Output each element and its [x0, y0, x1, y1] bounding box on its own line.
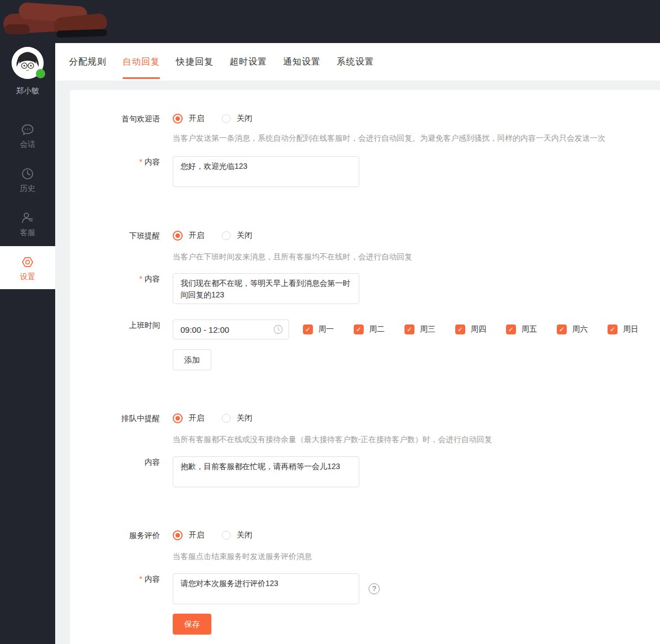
welcome-label: 首句欢迎语: [70, 113, 173, 124]
radio-checked-icon: [173, 114, 183, 124]
sidebar-item-label: 客服: [0, 228, 55, 238]
day-saturday[interactable]: 周六: [557, 324, 588, 334]
tab-system-settings[interactable]: 系统设置: [337, 43, 374, 81]
sidebar-item-agents[interactable]: 客服: [0, 211, 55, 238]
welcome-content-label: 内容: [70, 156, 173, 167]
rating-radio-on[interactable]: 开启: [173, 530, 204, 540]
queue-description: 当所有客服都不在线或没有接待余量（最大接待客户数-正在接待客户数）时，会进行自动…: [173, 434, 660, 445]
auto-reply-panel: 首句欢迎语 开启 关闭 当客户发送第一条消息，系统自动分配到在线客服时，会进行自…: [70, 90, 660, 644]
required-asterisk: [140, 274, 145, 283]
queue-label: 排队中提醒: [70, 413, 173, 424]
queue-content-input[interactable]: 抱歉，目前客服都在忙呢，请再稍等一会儿123: [173, 456, 359, 487]
checkbox-checked-icon: [608, 324, 618, 334]
welcome-description: 当客户发送第一条消息，系统自动分配到在线客服时，会进行自动回复。为避免客户感到骚…: [173, 132, 660, 143]
welcome-section-header: 首句欢迎语 开启 关闭: [70, 113, 660, 124]
offwork-section-header: 下班提醒 开启 关闭: [70, 230, 660, 241]
chat-icon: [20, 123, 35, 137]
work-time-label: 上班时间: [70, 320, 173, 331]
day-monday[interactable]: 周一: [303, 324, 334, 334]
checkbox-checked-icon: [455, 324, 465, 334]
offwork-radio-group: 开启 关闭: [173, 230, 660, 241]
queue-radio-on[interactable]: 开启: [173, 413, 204, 423]
rating-description: 当客服点击结束服务时发送服务评价消息: [173, 551, 660, 562]
radio-unchecked-icon: [222, 414, 231, 423]
welcome-content-input[interactable]: 您好，欢迎光临123: [173, 156, 359, 187]
sidebar-item-chat[interactable]: 会话: [0, 123, 55, 150]
welcome-radio-on[interactable]: 开启: [173, 114, 204, 124]
tab-auto-reply[interactable]: 自动回复: [123, 43, 160, 81]
offwork-radio-on[interactable]: 开启: [173, 231, 204, 241]
history-icon: [20, 167, 35, 181]
checkbox-checked-icon: [303, 324, 313, 334]
queue-content-label: 内容: [70, 456, 173, 467]
queue-section-header: 排队中提醒 开启 关闭: [70, 413, 660, 424]
rating-radio-group: 开启 关闭: [173, 530, 660, 541]
day-friday[interactable]: 周五: [506, 324, 537, 334]
work-time-input[interactable]: [173, 320, 289, 339]
sidebar-item-label: 会话: [0, 140, 55, 150]
offwork-radio-off[interactable]: 关闭: [222, 231, 252, 241]
sidebar-item-label: 设置: [0, 272, 55, 282]
tab-quick-reply[interactable]: 快捷回复: [176, 43, 214, 81]
welcome-radio-group: 开启 关闭: [173, 113, 660, 124]
checkbox-checked-icon: [404, 324, 414, 334]
rating-radio-off[interactable]: 关闭: [222, 530, 252, 540]
queue-radio-group: 开启 关闭: [173, 413, 660, 424]
radio-unchecked-icon: [222, 231, 231, 240]
work-days-group: 周一 周二 周三 周四 周五: [303, 324, 638, 334]
required-asterisk: [140, 574, 145, 583]
rating-content-input[interactable]: 请您对本次服务进行评价123: [173, 573, 359, 604]
day-tuesday[interactable]: 周二: [354, 324, 385, 334]
checkbox-checked-icon: [557, 324, 567, 334]
queue-radio-off[interactable]: 关闭: [222, 413, 252, 423]
checkbox-checked-icon: [506, 324, 516, 334]
offwork-description: 当客户在下班时间发来消息，且所有客服均不在线时，会进行自动回复: [173, 251, 660, 262]
day-sunday[interactable]: 周日: [608, 324, 638, 334]
tab-timeout-settings[interactable]: 超时设置: [230, 43, 267, 81]
tab-notification-settings[interactable]: 通知设置: [283, 43, 321, 81]
day-wednesday[interactable]: 周三: [404, 324, 435, 334]
agent-icon: [20, 211, 35, 225]
settings-tab-bar: 分配规则 自动回复 快捷回复 超时设置 通知设置 系统设置: [55, 43, 660, 81]
clock-icon: [273, 324, 284, 335]
offwork-content-label: 内容: [70, 273, 173, 284]
sidebar-item-settings[interactable]: 设置: [0, 246, 55, 289]
welcome-radio-off[interactable]: 关闭: [222, 114, 252, 124]
radio-checked-icon: [173, 231, 183, 241]
user-name: 郑小敏: [0, 86, 55, 96]
offwork-content-input[interactable]: 我们现在都不在呢，等明天早上看到消息会第一时间回复的123: [173, 273, 359, 304]
offwork-label: 下班提醒: [70, 230, 173, 241]
required-asterisk: [140, 157, 145, 166]
redacted-logo: [3, 3, 111, 39]
sidebar-item-history[interactable]: 历史: [0, 167, 55, 194]
help-icon[interactable]: [369, 583, 380, 594]
rating-label: 服务评价: [70, 530, 173, 541]
radio-checked-icon: [173, 413, 183, 423]
rating-section-header: 服务评价 开启 关闭: [70, 530, 660, 541]
rating-content-label: 内容: [70, 573, 173, 584]
tab-assignment-rules[interactable]: 分配规则: [69, 43, 107, 81]
radio-checked-icon: [173, 530, 183, 540]
settings-icon: [20, 255, 35, 269]
work-time-row: 上班时间 周一 周二 周三: [70, 320, 660, 339]
online-status-dot: [36, 69, 45, 78]
day-thursday[interactable]: 周四: [455, 324, 486, 334]
radio-unchecked-icon: [222, 114, 231, 123]
sidebar: 郑小敏 会话 历史 客服 设置: [0, 0, 55, 644]
save-button[interactable]: 保存: [173, 614, 211, 635]
add-time-button[interactable]: 添加: [173, 349, 211, 370]
radio-unchecked-icon: [222, 531, 231, 540]
sidebar-item-label: 历史: [0, 184, 55, 194]
top-bar: [0, 0, 660, 43]
checkbox-checked-icon: [354, 324, 364, 334]
user-profile: 郑小敏: [0, 47, 55, 96]
